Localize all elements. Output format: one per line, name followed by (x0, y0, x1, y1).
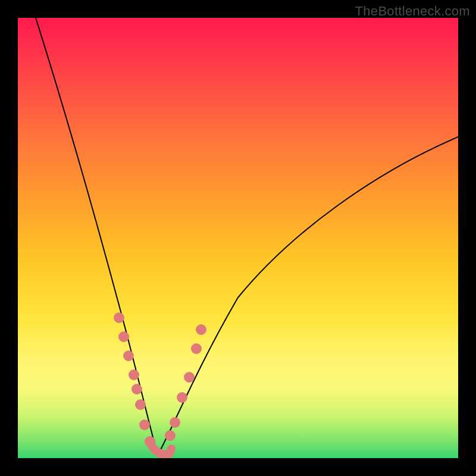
marker-point (196, 324, 206, 335)
curve-layer (18, 18, 458, 458)
highlighted-points (114, 312, 206, 447)
marker-point (129, 369, 139, 380)
marker-point (177, 392, 187, 403)
marker-point (135, 399, 146, 410)
marker-point (114, 312, 124, 323)
marker-point (145, 436, 155, 447)
watermark-text: TheBottleneck.com (355, 4, 470, 19)
minimum-elbow-marker (150, 443, 171, 455)
right-branch-curve (158, 137, 458, 455)
marker-point (165, 430, 176, 441)
chart-frame: TheBottleneck.com (0, 0, 476, 476)
marker-point (131, 384, 142, 394)
marker-point (118, 331, 129, 342)
marker-point (139, 419, 150, 430)
plot-area (18, 18, 458, 458)
marker-point (123, 350, 134, 361)
marker-point (170, 417, 180, 428)
marker-point (184, 372, 195, 383)
left-branch-curve (36, 18, 158, 455)
marker-point (191, 343, 202, 354)
